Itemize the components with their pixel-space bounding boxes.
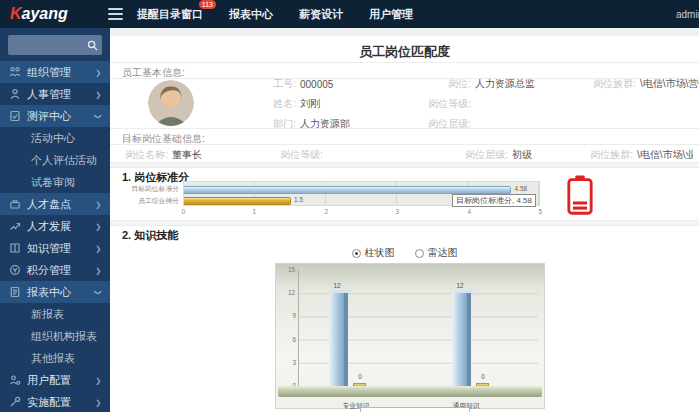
sidebar-nav: 组织管理❯ 人事管理❯ 测评中心❯ 活动中心 个人评估活动 试卷审阅 人才盘点❯… (0, 61, 110, 412)
radio-selected-icon (352, 249, 361, 258)
sidebar-item-impl-config[interactable]: 实施配置❯ (0, 391, 110, 412)
current-user[interactable]: admin (676, 9, 699, 20)
employee-number: 000005 (300, 79, 333, 90)
page-title: 员工岗位匹配度 (110, 43, 699, 61)
sidebar-item-personal-eval[interactable]: 个人评估活动 (0, 149, 110, 171)
wrench-icon (9, 396, 21, 408)
sidebar-item-assessment[interactable]: 测评中心❯ (0, 105, 110, 127)
chart1-tooltip: 目标岗位标准分, 4.58 (452, 194, 536, 207)
chart1-category-2: 员工综合得分 (131, 196, 179, 205)
coin-icon (9, 264, 21, 276)
radio-bar-chart[interactable]: 柱状图 (352, 246, 395, 260)
radio-radar-chart[interactable]: 雷达图 (415, 246, 458, 260)
growth-icon (9, 220, 21, 232)
sidebar-item-other-report[interactable]: 其他报表 (0, 347, 110, 369)
employee-position: 人力资源总监 (475, 77, 535, 91)
target-family: \电信\市场\业务管理 (637, 148, 693, 162)
chevron-right-icon: ❯ (96, 398, 102, 406)
assessment-icon (9, 110, 21, 122)
chart2-plot: 15 12 9 6 3 0 12 0 12 0 (298, 270, 538, 386)
top-menu-reports[interactable]: 报表中心 (229, 7, 273, 22)
chevron-right-icon: ❯ (96, 376, 102, 384)
radio-unselected-icon (415, 249, 424, 258)
book-icon (9, 242, 21, 254)
top-menu-payroll[interactable]: 薪资设计 (299, 7, 343, 22)
main-area: 员工岗位匹配度 员工基本信息: 工号:000005 姓名:刘刚 部门:人力资源部… (110, 28, 699, 412)
top-bar: Kayang 提醒目录窗口113 报表中心 薪资设计 用户管理 admin (0, 0, 699, 28)
chevron-right-icon: ❯ (96, 222, 102, 230)
chart-type-switch: 柱状图 雷达图 (110, 246, 699, 260)
chevron-right-icon: ❯ (96, 244, 102, 252)
top-menu: 提醒目录窗口113 报表中心 薪资设计 用户管理 (137, 7, 413, 22)
sidebar-search (8, 35, 102, 55)
sidebar-item-new-report[interactable]: 新报表 (0, 303, 110, 325)
employee-score-bar (184, 197, 291, 205)
report-icon (9, 286, 21, 298)
chevron-right-icon: ❯ (96, 200, 102, 208)
hamburger-menu-icon[interactable] (108, 5, 123, 23)
employee-name: 刘刚 (300, 97, 320, 111)
app-logo[interactable]: Kayang (0, 5, 92, 23)
sidebar-item-knowledge[interactable]: 知识管理❯ (0, 237, 110, 259)
chevron-right-icon: ❯ (96, 68, 102, 76)
sidebar-item-report-center[interactable]: 报表中心❯ (0, 281, 110, 303)
top-menu-reminder[interactable]: 提醒目录窗口113 (137, 7, 203, 22)
org-icon (9, 66, 21, 78)
person-icon (9, 88, 21, 100)
top-menu-users[interactable]: 用户管理 (369, 7, 413, 22)
chevron-right-icon: ❯ (96, 90, 102, 98)
chevron-down-icon: ❯ (95, 289, 103, 295)
notification-badge: 113 (199, 0, 216, 9)
sidebar-item-talent-dev[interactable]: 人才发展❯ (0, 215, 110, 237)
standard-score-chart: 目标岗位标准分 员工综合得分 4.58 1.5 0 1 2 3 4 5 目标岗位… (122, 181, 691, 221)
sidebar: 组织管理❯ 人事管理❯ 测评中心❯ 活动中心 个人评估活动 试卷审阅 人才盘点❯… (0, 28, 110, 412)
sidebar-item-user-config[interactable]: 用户配置❯ (0, 369, 110, 391)
report-card: 员工岗位匹配度 员工基本信息: 工号:000005 姓名:刘刚 部门:人力资源部… (110, 36, 699, 412)
user-gear-icon (9, 374, 21, 386)
chart1-category-1: 目标岗位标准分 (131, 184, 179, 193)
sidebar-item-hr[interactable]: 人事管理❯ (0, 83, 110, 105)
sidebar-item-org[interactable]: 组织管理❯ (0, 61, 110, 83)
sidebar-item-org-report[interactable]: 组织机构报表 (0, 325, 110, 347)
chart2-floor (278, 386, 542, 397)
sidebar-item-talent-review[interactable]: 人才盘点❯ (0, 193, 110, 215)
search-icon[interactable] (87, 40, 98, 51)
employee-avatar (148, 80, 194, 126)
chevron-down-icon: ❯ (95, 113, 103, 119)
target-position-name: 董事长 (172, 148, 202, 162)
employee-fields: 工号:000005 姓名:刘刚 部门:人力资源部 岗位:人力资源总监 岗位等级:… (238, 74, 693, 134)
search-input[interactable] (8, 35, 87, 55)
sidebar-item-points[interactable]: 积分管理❯ (0, 259, 110, 281)
chart2-legend (360, 407, 470, 412)
sidebar-item-activity-center[interactable]: 活动中心 (0, 127, 110, 149)
briefcase-icon (9, 198, 21, 210)
target-score-bar (184, 186, 511, 194)
knowledge-skill-chart: 15 12 9 6 3 0 12 0 12 0 专业知识 通用知识 (275, 263, 545, 409)
employee-family: \电信\市场\营销策划与拓展 (640, 77, 699, 91)
section2-title: 2. 知识技能 (122, 228, 178, 243)
target-level: 初级 (512, 148, 532, 162)
sidebar-item-paper-review[interactable]: 试卷审阅 (0, 171, 110, 193)
low-battery-icon (565, 175, 595, 219)
knowledge-bar-target-2: 12 (452, 293, 471, 386)
knowledge-bar-target-1: 12 (329, 293, 348, 386)
chevron-right-icon: ❯ (96, 266, 102, 274)
